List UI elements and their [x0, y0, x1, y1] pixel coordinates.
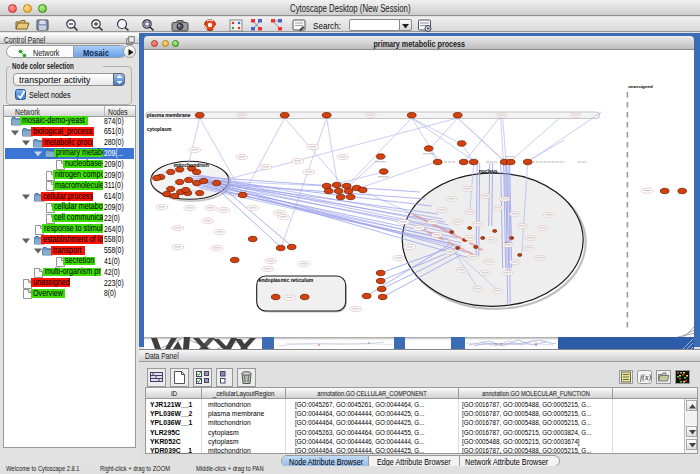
- svg-text:unassigned: unassigned: [628, 84, 653, 89]
- svg-text:f(x): f(x): [640, 373, 651, 382]
- svg-text:endoplasmic reticulum: endoplasmic reticulum: [259, 277, 314, 283]
- svg-text:mitochondrion: mitochondrion: [174, 162, 209, 168]
- svg-text:cytoplasm: cytoplasm: [147, 126, 172, 132]
- svg-text:plasma membrane: plasma membrane: [147, 112, 191, 118]
- svg-text:nucleus: nucleus: [479, 168, 498, 174]
